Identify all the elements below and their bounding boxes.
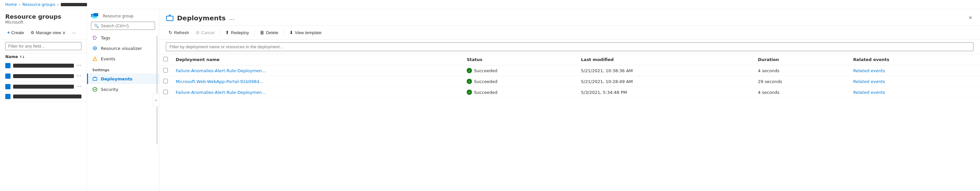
- svg-point-10: [94, 48, 95, 49]
- svg-rect-3: [6, 94, 10, 99]
- resource-list: ··· ··· ···: [0, 60, 87, 191]
- name-column-header: Name ↑↓: [0, 53, 87, 60]
- resource-visualizer-label: Resource visualizer: [101, 46, 142, 51]
- breadcrumb-resource-groups[interactable]: Resource groups: [22, 2, 55, 7]
- main-toolbar: ↻ Refresh ⊘ Cancel ⬆ Redeploy 🗑 Delete ⬇…: [159, 25, 980, 40]
- delete-icon: 🗑: [260, 30, 264, 35]
- view-template-icon: ⬇: [290, 30, 293, 35]
- visualizer-icon: [92, 46, 97, 51]
- list-item[interactable]: ···: [0, 60, 87, 71]
- row-checkbox[interactable]: [163, 79, 168, 83]
- nav-items-list: Tags Resource visualizer: [87, 32, 159, 191]
- deployments-icon: [92, 76, 97, 81]
- cancel-icon: ⊘: [196, 30, 200, 35]
- nav-panel: Resource group 🔍 Tags: [87, 9, 159, 191]
- breadcrumb-home[interactable]: Home: [5, 2, 17, 7]
- view-template-label: View template: [295, 30, 321, 35]
- svg-rect-16: [93, 78, 97, 80]
- chevron-down-icon: ∨: [62, 30, 66, 35]
- gear-icon: ⚙: [30, 30, 35, 35]
- breadcrumb-sep1: ›: [19, 2, 21, 7]
- create-label: Create: [11, 30, 24, 35]
- nav-panel-header: Resource group: [87, 9, 159, 22]
- select-all-checkbox[interactable]: [163, 57, 168, 61]
- scroll-indicator: [156, 35, 158, 145]
- row-checkbox[interactable]: [163, 68, 168, 73]
- row-checkbox[interactable]: [163, 89, 168, 94]
- item-more-button[interactable]: ···: [76, 83, 81, 89]
- tags-label: Tags: [101, 35, 110, 40]
- more-options-button[interactable]: ···: [70, 29, 78, 37]
- table-header-row: Deployment name Status Last modified Dur…: [159, 54, 980, 65]
- svg-rect-1: [6, 74, 10, 78]
- sidebar-title: Resource groups: [5, 13, 81, 20]
- col-deployment-name: Deployment name: [172, 54, 463, 65]
- sidebar-item-tags[interactable]: Tags: [87, 32, 159, 43]
- status-cell: ✓Succeeded: [467, 68, 573, 73]
- duration-cell: 4 seconds: [754, 87, 849, 98]
- sidebar-item-security[interactable]: Security: [87, 84, 159, 94]
- main-header: Deployments ... ×: [159, 9, 980, 25]
- sidebar-subtitle: Microsoft: [5, 20, 81, 25]
- status-text: Succeeded: [474, 79, 497, 84]
- deployment-name-link[interactable]: Failure-Anomalies-Alert-Rule-Deploymen..…: [176, 90, 268, 95]
- list-item[interactable]: ···: [0, 71, 87, 81]
- sidebar-item-events[interactable]: Events: [87, 54, 159, 64]
- refresh-label: Refresh: [174, 30, 189, 35]
- related-events-link[interactable]: Related events: [853, 90, 885, 95]
- view-template-button[interactable]: ⬇ View template: [287, 28, 324, 37]
- filter-row: [0, 40, 87, 53]
- deployment-filter-bar: [159, 40, 980, 54]
- close-button[interactable]: ×: [967, 13, 974, 23]
- resource-name-redacted: [13, 64, 74, 68]
- item-more-button[interactable]: ···: [76, 73, 81, 79]
- duration-cell: 4 seconds: [754, 65, 849, 76]
- deployments-table: Deployment name Status Last modified Dur…: [159, 54, 980, 98]
- status-text: Succeeded: [474, 90, 497, 95]
- svg-rect-17: [167, 16, 173, 21]
- svg-point-8: [94, 37, 95, 37]
- sidebar-toolbar: + Create ⚙ Manage view ∨ ···: [0, 26, 87, 40]
- breadcrumb-current: [61, 3, 87, 6]
- events-label: Events: [101, 56, 115, 61]
- deployments-header-icon: [166, 14, 174, 22]
- resource-group-icon: [91, 13, 100, 20]
- deployments-table-container: Deployment name Status Last modified Dur…: [159, 54, 980, 191]
- manage-view-button[interactable]: ⚙ Manage view ∨: [29, 29, 68, 37]
- related-events-link[interactable]: Related events: [853, 79, 885, 84]
- main-more-button[interactable]: ...: [229, 14, 234, 21]
- item-more-button[interactable]: ···: [76, 62, 81, 68]
- settings-section-header: Settings: [87, 64, 159, 73]
- deployment-filter-input[interactable]: [166, 42, 974, 51]
- cancel-button[interactable]: ⊘ Cancel: [193, 28, 217, 37]
- deployment-name-link[interactable]: Failure-Anomalies-Alert-Rule-Deploymen..…: [176, 68, 268, 73]
- redeploy-button[interactable]: ⬆ Redeploy: [223, 28, 251, 37]
- redeploy-label: Redeploy: [231, 30, 249, 35]
- resource-icon: [5, 84, 11, 89]
- delete-button[interactable]: 🗑 Delete: [257, 28, 281, 37]
- list-item[interactable]: [0, 92, 87, 102]
- redeploy-icon: ⬆: [225, 30, 229, 35]
- col-status: Status: [463, 54, 577, 65]
- list-item[interactable]: ···: [0, 81, 87, 92]
- svg-rect-6: [94, 13, 98, 16]
- nav-search-input[interactable]: [101, 23, 152, 28]
- nav-search-container: 🔍: [91, 22, 155, 30]
- svg-rect-0: [6, 63, 10, 68]
- deployment-name-link[interactable]: Microsoft.Web-WebApp-Portal-91b098d...: [176, 79, 268, 84]
- duration-cell: 29 seconds: [754, 76, 849, 87]
- create-button[interactable]: + Create: [5, 29, 26, 37]
- sidebar-item-resource-visualizer[interactable]: Resource visualizer: [87, 43, 159, 54]
- sidebar-item-deployments[interactable]: Deployments: [87, 73, 159, 84]
- resource-group-nav-label: Resource group: [103, 14, 134, 18]
- sidebar-panel: Resource groups Microsoft + Create ⚙ Man…: [0, 9, 87, 191]
- resource-icon: [5, 63, 11, 68]
- security-label: Security: [101, 87, 118, 92]
- related-events-link[interactable]: Related events: [853, 68, 885, 73]
- breadcrumb-sep2: ›: [57, 2, 59, 7]
- col-checkbox: [159, 54, 172, 65]
- svg-rect-2: [6, 84, 10, 89]
- nav-collapse-button[interactable]: «: [153, 94, 159, 107]
- filter-input[interactable]: [5, 42, 81, 50]
- refresh-button[interactable]: ↻ Refresh: [166, 28, 192, 37]
